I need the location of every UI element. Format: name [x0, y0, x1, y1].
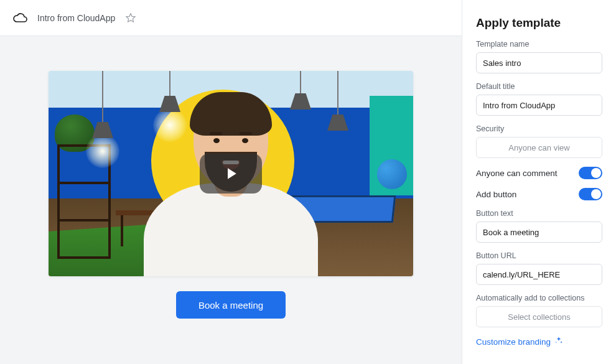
button-url-label: Button URL [476, 251, 602, 260]
star-icon [125, 12, 136, 24]
collections-label: Automatically add to collections [476, 294, 602, 302]
book-meeting-button[interactable]: Book a meeting [176, 291, 286, 319]
add-button-row: Add button [476, 188, 602, 200]
template-name-field: Template name [476, 40, 602, 73]
template-sidebar: Apply template Template name Default tit… [462, 0, 616, 364]
anyone-can-comment-label: Anyone can comment [476, 169, 558, 178]
cloud-icon [11, 9, 29, 27]
default-title-label: Default title [476, 82, 602, 91]
decor-exercise-ball [377, 159, 407, 189]
sidebar-heading: Apply template [476, 16, 602, 30]
preview-wrap: Book a meeting [49, 71, 413, 319]
page-title: Intro from CloudApp [37, 13, 115, 23]
collections-field: Automatically add to collections Select … [476, 294, 602, 327]
decor-pendant-lamp [329, 71, 347, 131]
template-name-label: Template name [476, 40, 602, 49]
button-text-label: Button text [476, 209, 602, 218]
customize-branding-link[interactable]: Customize branding [476, 337, 551, 347]
anyone-can-comment-row: Anyone can comment [476, 167, 602, 179]
security-field: Security Anyone can view [476, 124, 602, 158]
anyone-can-comment-toggle[interactable] [579, 167, 602, 179]
app-root: Intro from CloudApp [0, 0, 616, 364]
default-title-input[interactable] [476, 95, 602, 116]
add-button-toggle[interactable] [579, 188, 602, 200]
security-value: Anyone can view [508, 143, 569, 152]
collections-select[interactable]: Select collections [476, 306, 602, 327]
play-button[interactable] [200, 154, 262, 194]
decor-pendant-lamp [93, 71, 112, 168]
button-text-field: Button text [476, 209, 602, 243]
decor-desk-leg [121, 215, 123, 246]
preview-canvas: Book a meeting [0, 36, 462, 364]
security-select[interactable]: Anyone can view [476, 137, 602, 158]
button-url-input[interactable] [476, 264, 602, 285]
default-title-field: Default title [476, 82, 602, 116]
collections-placeholder: Select collections [508, 312, 570, 322]
button-url-field: Button URL [476, 251, 602, 285]
video-preview[interactable] [49, 71, 413, 276]
top-bar: Intro from CloudApp [0, 0, 462, 36]
sparkle-icon [554, 336, 563, 347]
play-icon [222, 164, 240, 183]
customize-branding-row: Customize branding [476, 336, 602, 347]
button-text-input[interactable] [476, 222, 602, 243]
template-name-input[interactable] [476, 52, 602, 73]
security-label: Security [476, 124, 602, 133]
main-area: Intro from CloudApp [0, 0, 462, 364]
add-button-label: Add button [476, 190, 516, 199]
favorite-star-button[interactable] [124, 11, 138, 25]
